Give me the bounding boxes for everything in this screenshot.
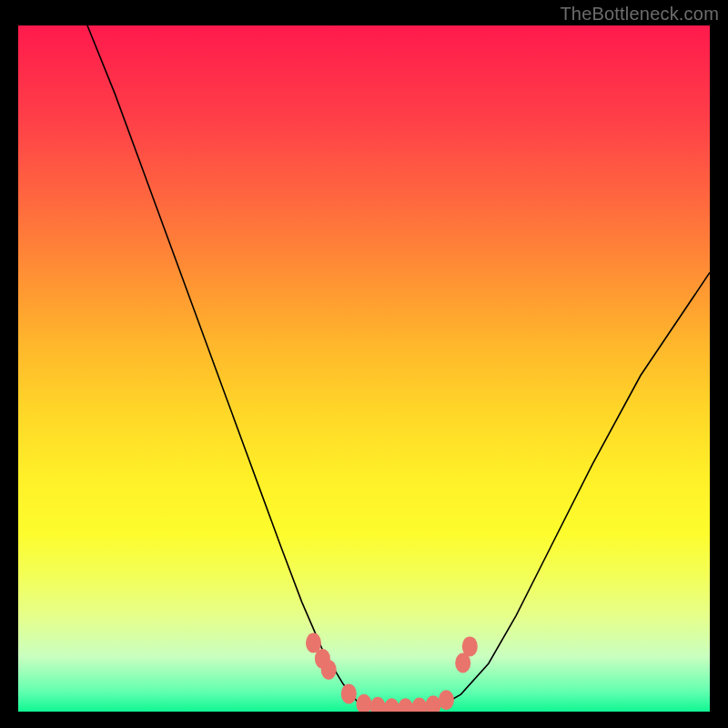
bead-group — [306, 633, 478, 712]
bead-marker — [384, 698, 399, 712]
plot-area — [18, 25, 710, 712]
curve-left-branch — [87, 25, 371, 708]
bead-marker — [321, 660, 337, 680]
watermark-text: TheBottleneck.com — [560, 4, 719, 25]
bead-marker — [357, 694, 372, 712]
bead-marker — [439, 690, 454, 710]
bead-marker — [370, 697, 386, 712]
bead-marker — [462, 636, 478, 656]
bead-marker — [426, 695, 441, 712]
bead-marker — [398, 698, 413, 712]
bead-marker — [411, 698, 427, 713]
bottleneck-chart — [18, 25, 710, 712]
frame: TheBottleneck.com — [0, 0, 728, 728]
curve-right-branch — [440, 272, 710, 706]
bead-marker — [341, 683, 357, 703]
